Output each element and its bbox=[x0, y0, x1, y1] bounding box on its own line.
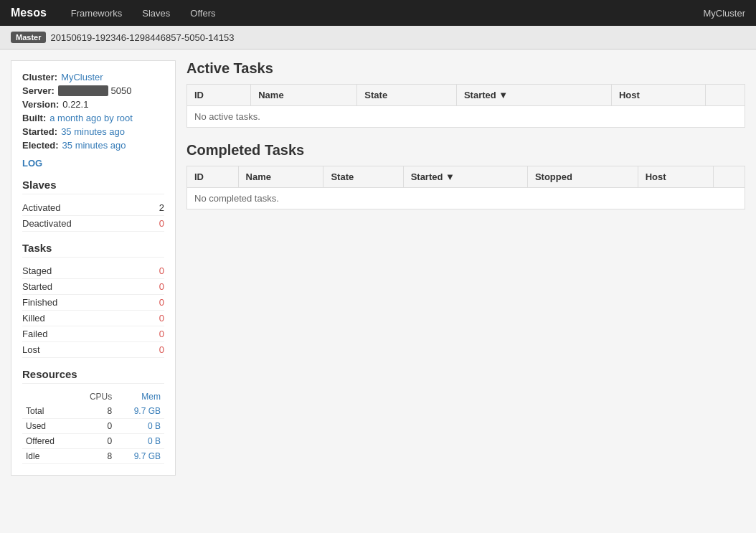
elected-row: Elected: 35 minutes ago bbox=[22, 140, 164, 151]
slaves-title: Slaves bbox=[22, 179, 164, 194]
task-killed-value: 0 bbox=[159, 313, 164, 324]
active-tasks-title: Active Tasks bbox=[186, 60, 745, 77]
completed-tasks-empty-row: No completed tasks. bbox=[187, 188, 745, 209]
server-row: Server: 5050 bbox=[22, 85, 164, 96]
resources-row-offered: Offered 0 0 B bbox=[22, 434, 164, 449]
started-value[interactable]: 35 minutes ago bbox=[61, 126, 125, 137]
task-killed-label: Killed bbox=[22, 313, 45, 324]
version-label: Version: bbox=[22, 99, 59, 110]
task-lost: Lost 0 bbox=[22, 342, 164, 358]
task-failed: Failed 0 bbox=[22, 326, 164, 342]
resources-used-cpus: 0 bbox=[73, 419, 115, 434]
task-finished: Finished 0 bbox=[22, 295, 164, 311]
task-failed-label: Failed bbox=[22, 329, 47, 339]
active-col-host[interactable]: Host bbox=[611, 85, 705, 106]
elected-label: Elected: bbox=[22, 140, 59, 151]
task-staged: Staged 0 bbox=[22, 263, 164, 279]
navbar-links: Frameworks Slaves Offers bbox=[61, 2, 226, 24]
active-col-name[interactable]: Name bbox=[251, 85, 357, 106]
resources-offered-mem: 0 B bbox=[115, 434, 164, 449]
slave-activated-label: Activated bbox=[22, 202, 60, 213]
task-killed: Killed 0 bbox=[22, 311, 164, 326]
resources-idle-label: Idle bbox=[22, 449, 73, 464]
resources-title: Resources bbox=[22, 368, 164, 384]
resources-col-cpus: CPUs bbox=[73, 390, 115, 404]
tasks-title: Tasks bbox=[22, 242, 164, 258]
completed-col-id[interactable]: ID bbox=[187, 166, 239, 188]
cluster-label: Cluster: bbox=[22, 72, 57, 82]
built-value[interactable]: a month ago by root bbox=[49, 113, 133, 123]
completed-col-host[interactable]: Host bbox=[638, 166, 713, 188]
slave-deactivated-value: 0 bbox=[159, 218, 164, 229]
task-staged-value: 0 bbox=[159, 265, 164, 276]
completed-col-stopped[interactable]: Stopped bbox=[527, 166, 638, 188]
server-label: Server: bbox=[22, 85, 55, 96]
log-link[interactable]: LOG bbox=[22, 158, 164, 169]
sidebar: Cluster: MyCluster Server: 5050 Version:… bbox=[11, 60, 176, 476]
completed-tasks-table: ID Name State Started ▼ Stopped Host No … bbox=[186, 166, 745, 209]
resources-used-mem: 0 B bbox=[115, 419, 164, 434]
nav-slaves[interactable]: Slaves bbox=[132, 2, 180, 24]
resources-row-used: Used 0 0 B bbox=[22, 419, 164, 434]
resources-idle-cpus: 8 bbox=[73, 449, 115, 464]
slave-deactivated-label: Deactivated bbox=[22, 218, 72, 229]
resources-table: CPUs Mem Total 8 9.7 GB Used 0 0 B Offer… bbox=[22, 390, 164, 464]
started-label: Started: bbox=[22, 126, 57, 137]
nav-frameworks[interactable]: Frameworks bbox=[61, 2, 133, 24]
version-value: 0.22.1 bbox=[62, 99, 88, 110]
task-started-label: Started bbox=[22, 281, 52, 292]
master-badge: Master bbox=[11, 32, 46, 43]
active-tasks-empty-row: No active tasks. bbox=[187, 106, 745, 128]
task-started: Started 0 bbox=[22, 279, 164, 295]
completed-col-name[interactable]: Name bbox=[238, 166, 323, 188]
completed-tasks-title: Completed Tasks bbox=[186, 142, 745, 159]
resources-offered-label: Offered bbox=[22, 434, 73, 449]
slave-activated-value: 2 bbox=[159, 202, 164, 213]
slave-deactivated: Deactivated 0 bbox=[22, 216, 164, 232]
navbar: Mesos Frameworks Slaves Offers MyCluster bbox=[0, 0, 756, 26]
main-layout: Cluster: MyCluster Server: 5050 Version:… bbox=[0, 49, 756, 486]
task-staged-label: Staged bbox=[22, 265, 52, 276]
task-failed-value: 0 bbox=[159, 329, 164, 339]
breadcrumb-bar: Master 20150619-192346-1298446857-5050-1… bbox=[0, 26, 756, 49]
completed-tasks-header-row: ID Name State Started ▼ Stopped Host bbox=[187, 166, 745, 188]
active-col-extra bbox=[705, 85, 745, 106]
nav-offers[interactable]: Offers bbox=[180, 2, 225, 24]
task-started-value: 0 bbox=[159, 281, 164, 292]
version-row: Version: 0.22.1 bbox=[22, 99, 164, 110]
active-col-state[interactable]: State bbox=[357, 85, 457, 106]
completed-col-extra bbox=[713, 166, 745, 188]
started-row: Started: 35 minutes ago bbox=[22, 126, 164, 137]
task-lost-label: Lost bbox=[22, 344, 40, 355]
resources-row-total: Total 8 9.7 GB bbox=[22, 404, 164, 419]
content-area: Active Tasks ID Name State Started ▼ Hos… bbox=[186, 60, 745, 476]
task-lost-value: 0 bbox=[159, 344, 164, 355]
completed-col-started[interactable]: Started ▼ bbox=[403, 166, 527, 188]
task-finished-value: 0 bbox=[159, 297, 164, 308]
built-label: Built: bbox=[22, 113, 46, 123]
resources-total-cpus: 8 bbox=[73, 404, 115, 419]
resources-row-idle: Idle 8 9.7 GB bbox=[22, 449, 164, 464]
elected-value[interactable]: 35 minutes ago bbox=[62, 140, 126, 151]
navbar-cluster: MyCluster bbox=[703, 8, 745, 19]
resources-col-mem: Mem bbox=[115, 390, 164, 404]
resources-col-empty bbox=[22, 390, 73, 404]
active-tasks-header-row: ID Name State Started ▼ Host bbox=[187, 85, 745, 106]
resources-offered-cpus: 0 bbox=[73, 434, 115, 449]
resources-total-label: Total bbox=[22, 404, 73, 419]
cluster-value[interactable]: MyCluster bbox=[61, 72, 103, 82]
active-tasks-table: ID Name State Started ▼ Host No active t… bbox=[186, 84, 745, 128]
server-ip bbox=[58, 85, 108, 96]
completed-tasks-empty-msg: No completed tasks. bbox=[187, 188, 745, 209]
completed-col-state[interactable]: State bbox=[323, 166, 403, 188]
built-row: Built: a month ago by root bbox=[22, 113, 164, 123]
slave-activated: Activated 2 bbox=[22, 200, 164, 216]
resources-used-label: Used bbox=[22, 419, 73, 434]
active-col-started[interactable]: Started ▼ bbox=[456, 85, 611, 106]
active-tasks-empty-msg: No active tasks. bbox=[187, 106, 745, 128]
master-id: 20150619-192346-1298446857-5050-14153 bbox=[50, 32, 234, 43]
resources-idle-mem: 9.7 GB bbox=[115, 449, 164, 464]
server-port: 5050 bbox=[108, 85, 132, 96]
task-finished-label: Finished bbox=[22, 297, 57, 308]
active-col-id[interactable]: ID bbox=[187, 85, 251, 106]
